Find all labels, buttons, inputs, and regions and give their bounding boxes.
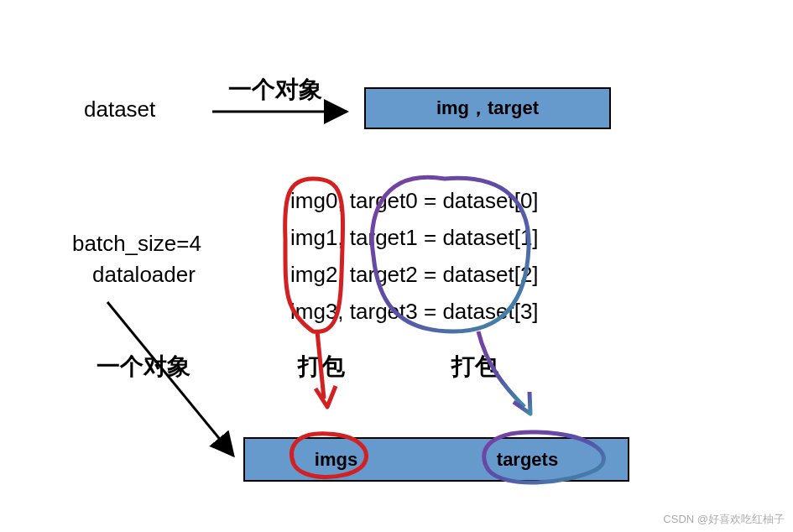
dataset-arrow-icon xyxy=(208,99,359,124)
purple-group-outline xyxy=(352,164,562,466)
svg-line-1 xyxy=(107,302,233,456)
purple-targets-outline xyxy=(470,424,621,495)
batch-size-label: batch_size=4 xyxy=(72,231,201,257)
dataset-output-text: img，target xyxy=(436,96,539,121)
watermark-text: CSDN @好喜欢吃红柚子 xyxy=(663,512,785,527)
dataset-output-box: img，target xyxy=(364,87,611,129)
dataloader-arrow-icon xyxy=(99,298,267,474)
dataloader-label: dataloader xyxy=(92,262,196,288)
dataset-label: dataset xyxy=(84,96,155,123)
red-imgs-outline xyxy=(281,424,382,491)
